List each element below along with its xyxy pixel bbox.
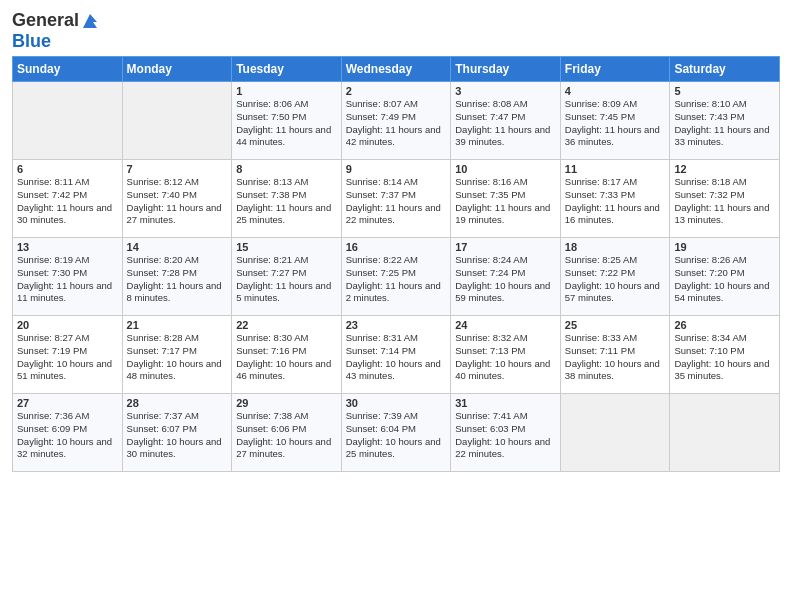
calendar-cell: 20Sunrise: 8:27 AM Sunset: 7:19 PM Dayli… bbox=[13, 316, 123, 394]
calendar-cell: 14Sunrise: 8:20 AM Sunset: 7:28 PM Dayli… bbox=[122, 238, 232, 316]
day-info: Sunrise: 7:38 AM Sunset: 6:06 PM Dayligh… bbox=[236, 410, 337, 461]
calendar-cell: 4Sunrise: 8:09 AM Sunset: 7:45 PM Daylig… bbox=[560, 82, 670, 160]
day-info: Sunrise: 8:22 AM Sunset: 7:25 PM Dayligh… bbox=[346, 254, 447, 305]
day-info: Sunrise: 8:24 AM Sunset: 7:24 PM Dayligh… bbox=[455, 254, 556, 305]
day-info: Sunrise: 7:36 AM Sunset: 6:09 PM Dayligh… bbox=[17, 410, 118, 461]
calendar-week-5: 27Sunrise: 7:36 AM Sunset: 6:09 PM Dayli… bbox=[13, 394, 780, 472]
logo-icon bbox=[81, 12, 99, 30]
day-number: 5 bbox=[674, 85, 775, 97]
day-number: 14 bbox=[127, 241, 228, 253]
weekday-header-thursday: Thursday bbox=[451, 57, 561, 82]
day-info: Sunrise: 8:10 AM Sunset: 7:43 PM Dayligh… bbox=[674, 98, 775, 149]
weekday-header-sunday: Sunday bbox=[13, 57, 123, 82]
day-info: Sunrise: 8:11 AM Sunset: 7:42 PM Dayligh… bbox=[17, 176, 118, 227]
calendar-cell: 12Sunrise: 8:18 AM Sunset: 7:32 PM Dayli… bbox=[670, 160, 780, 238]
day-info: Sunrise: 8:13 AM Sunset: 7:38 PM Dayligh… bbox=[236, 176, 337, 227]
day-info: Sunrise: 8:16 AM Sunset: 7:35 PM Dayligh… bbox=[455, 176, 556, 227]
weekday-header-tuesday: Tuesday bbox=[232, 57, 342, 82]
logo-blue-text: Blue bbox=[12, 31, 51, 52]
calendar-cell bbox=[560, 394, 670, 472]
day-info: Sunrise: 8:06 AM Sunset: 7:50 PM Dayligh… bbox=[236, 98, 337, 149]
day-info: Sunrise: 8:14 AM Sunset: 7:37 PM Dayligh… bbox=[346, 176, 447, 227]
calendar-week-4: 20Sunrise: 8:27 AM Sunset: 7:19 PM Dayli… bbox=[13, 316, 780, 394]
calendar-cell: 6Sunrise: 8:11 AM Sunset: 7:42 PM Daylig… bbox=[13, 160, 123, 238]
calendar-cell: 16Sunrise: 8:22 AM Sunset: 7:25 PM Dayli… bbox=[341, 238, 451, 316]
day-info: Sunrise: 8:08 AM Sunset: 7:47 PM Dayligh… bbox=[455, 98, 556, 149]
day-number: 18 bbox=[565, 241, 666, 253]
calendar-cell: 1Sunrise: 8:06 AM Sunset: 7:50 PM Daylig… bbox=[232, 82, 342, 160]
day-number: 7 bbox=[127, 163, 228, 175]
day-number: 12 bbox=[674, 163, 775, 175]
day-number: 10 bbox=[455, 163, 556, 175]
calendar-cell: 23Sunrise: 8:31 AM Sunset: 7:14 PM Dayli… bbox=[341, 316, 451, 394]
calendar-cell: 24Sunrise: 8:32 AM Sunset: 7:13 PM Dayli… bbox=[451, 316, 561, 394]
day-info: Sunrise: 8:12 AM Sunset: 7:40 PM Dayligh… bbox=[127, 176, 228, 227]
day-number: 1 bbox=[236, 85, 337, 97]
day-info: Sunrise: 8:07 AM Sunset: 7:49 PM Dayligh… bbox=[346, 98, 447, 149]
calendar-cell: 31Sunrise: 7:41 AM Sunset: 6:03 PM Dayli… bbox=[451, 394, 561, 472]
day-info: Sunrise: 8:19 AM Sunset: 7:30 PM Dayligh… bbox=[17, 254, 118, 305]
calendar-cell: 19Sunrise: 8:26 AM Sunset: 7:20 PM Dayli… bbox=[670, 238, 780, 316]
day-info: Sunrise: 8:21 AM Sunset: 7:27 PM Dayligh… bbox=[236, 254, 337, 305]
day-info: Sunrise: 8:26 AM Sunset: 7:20 PM Dayligh… bbox=[674, 254, 775, 305]
day-number: 30 bbox=[346, 397, 447, 409]
calendar-week-2: 6Sunrise: 8:11 AM Sunset: 7:42 PM Daylig… bbox=[13, 160, 780, 238]
page-container: General Blue SundayMondayTuesdayWednesda… bbox=[0, 0, 792, 480]
calendar-week-1: 1Sunrise: 8:06 AM Sunset: 7:50 PM Daylig… bbox=[13, 82, 780, 160]
day-number: 16 bbox=[346, 241, 447, 253]
calendar-cell: 15Sunrise: 8:21 AM Sunset: 7:27 PM Dayli… bbox=[232, 238, 342, 316]
svg-marker-0 bbox=[83, 14, 97, 28]
calendar-cell: 9Sunrise: 8:14 AM Sunset: 7:37 PM Daylig… bbox=[341, 160, 451, 238]
calendar-cell: 11Sunrise: 8:17 AM Sunset: 7:33 PM Dayli… bbox=[560, 160, 670, 238]
calendar-cell bbox=[122, 82, 232, 160]
calendar-cell: 7Sunrise: 8:12 AM Sunset: 7:40 PM Daylig… bbox=[122, 160, 232, 238]
day-number: 28 bbox=[127, 397, 228, 409]
day-number: 26 bbox=[674, 319, 775, 331]
calendar-cell: 2Sunrise: 8:07 AM Sunset: 7:49 PM Daylig… bbox=[341, 82, 451, 160]
day-number: 24 bbox=[455, 319, 556, 331]
day-number: 13 bbox=[17, 241, 118, 253]
day-number: 27 bbox=[17, 397, 118, 409]
calendar-cell: 8Sunrise: 8:13 AM Sunset: 7:38 PM Daylig… bbox=[232, 160, 342, 238]
day-number: 22 bbox=[236, 319, 337, 331]
logo-general-text: General bbox=[12, 10, 79, 31]
calendar-cell: 5Sunrise: 8:10 AM Sunset: 7:43 PM Daylig… bbox=[670, 82, 780, 160]
weekday-header-row: SundayMondayTuesdayWednesdayThursdayFrid… bbox=[13, 57, 780, 82]
calendar-cell: 25Sunrise: 8:33 AM Sunset: 7:11 PM Dayli… bbox=[560, 316, 670, 394]
day-info: Sunrise: 8:09 AM Sunset: 7:45 PM Dayligh… bbox=[565, 98, 666, 149]
day-number: 23 bbox=[346, 319, 447, 331]
day-number: 2 bbox=[346, 85, 447, 97]
calendar-cell: 28Sunrise: 7:37 AM Sunset: 6:07 PM Dayli… bbox=[122, 394, 232, 472]
calendar-week-3: 13Sunrise: 8:19 AM Sunset: 7:30 PM Dayli… bbox=[13, 238, 780, 316]
calendar-table: SundayMondayTuesdayWednesdayThursdayFrid… bbox=[12, 56, 780, 472]
calendar-cell: 17Sunrise: 8:24 AM Sunset: 7:24 PM Dayli… bbox=[451, 238, 561, 316]
day-number: 21 bbox=[127, 319, 228, 331]
calendar-cell: 10Sunrise: 8:16 AM Sunset: 7:35 PM Dayli… bbox=[451, 160, 561, 238]
day-info: Sunrise: 8:18 AM Sunset: 7:32 PM Dayligh… bbox=[674, 176, 775, 227]
day-number: 8 bbox=[236, 163, 337, 175]
calendar-cell: 22Sunrise: 8:30 AM Sunset: 7:16 PM Dayli… bbox=[232, 316, 342, 394]
calendar-cell bbox=[13, 82, 123, 160]
day-number: 4 bbox=[565, 85, 666, 97]
weekday-header-monday: Monday bbox=[122, 57, 232, 82]
day-info: Sunrise: 8:33 AM Sunset: 7:11 PM Dayligh… bbox=[565, 332, 666, 383]
day-info: Sunrise: 8:30 AM Sunset: 7:16 PM Dayligh… bbox=[236, 332, 337, 383]
day-number: 19 bbox=[674, 241, 775, 253]
header: General Blue bbox=[12, 10, 780, 52]
day-info: Sunrise: 7:41 AM Sunset: 6:03 PM Dayligh… bbox=[455, 410, 556, 461]
day-number: 15 bbox=[236, 241, 337, 253]
day-info: Sunrise: 8:32 AM Sunset: 7:13 PM Dayligh… bbox=[455, 332, 556, 383]
calendar-cell: 13Sunrise: 8:19 AM Sunset: 7:30 PM Dayli… bbox=[13, 238, 123, 316]
calendar-cell: 3Sunrise: 8:08 AM Sunset: 7:47 PM Daylig… bbox=[451, 82, 561, 160]
day-info: Sunrise: 8:28 AM Sunset: 7:17 PM Dayligh… bbox=[127, 332, 228, 383]
logo: General Blue bbox=[12, 10, 99, 52]
day-number: 9 bbox=[346, 163, 447, 175]
weekday-header-friday: Friday bbox=[560, 57, 670, 82]
day-number: 25 bbox=[565, 319, 666, 331]
calendar-cell: 26Sunrise: 8:34 AM Sunset: 7:10 PM Dayli… bbox=[670, 316, 780, 394]
calendar-cell: 18Sunrise: 8:25 AM Sunset: 7:22 PM Dayli… bbox=[560, 238, 670, 316]
day-info: Sunrise: 8:25 AM Sunset: 7:22 PM Dayligh… bbox=[565, 254, 666, 305]
day-number: 20 bbox=[17, 319, 118, 331]
day-number: 29 bbox=[236, 397, 337, 409]
day-number: 11 bbox=[565, 163, 666, 175]
